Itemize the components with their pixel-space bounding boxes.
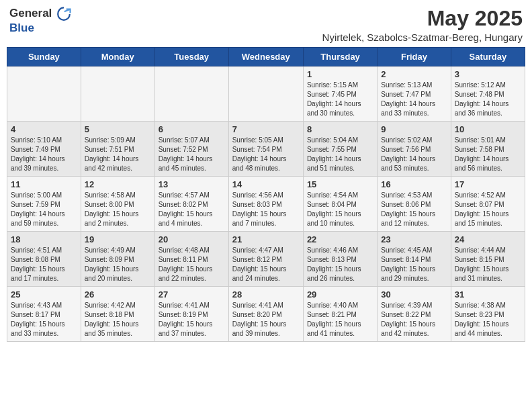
logo-blue-line: Blue xyxy=(9,21,71,35)
calendar-cell: 26Sunrise: 4:42 AM Sunset: 8:18 PM Dayli… xyxy=(81,287,154,342)
calendar-cell: 14Sunrise: 4:56 AM Sunset: 8:03 PM Dayli… xyxy=(228,177,303,232)
day-header-friday: Friday xyxy=(378,48,451,66)
calendar-cell: 6Sunrise: 5:07 AM Sunset: 7:52 PM Daylig… xyxy=(154,122,228,177)
calendar-cell: 30Sunrise: 4:39 AM Sunset: 8:22 PM Dayli… xyxy=(378,287,451,342)
day-header-thursday: Thursday xyxy=(303,48,377,66)
day-number: 17 xyxy=(455,179,521,189)
day-number: 8 xyxy=(307,124,373,134)
calendar-cell xyxy=(154,66,228,122)
day-number: 9 xyxy=(381,124,447,134)
calendar-cell: 10Sunrise: 5:01 AM Sunset: 7:58 PM Dayli… xyxy=(451,122,525,177)
day-info: Sunrise: 4:56 AM Sunset: 8:03 PM Dayligh… xyxy=(232,191,300,228)
day-header-saturday: Saturday xyxy=(451,48,525,66)
day-number: 13 xyxy=(159,179,225,189)
day-info: Sunrise: 4:44 AM Sunset: 8:15 PM Dayligh… xyxy=(455,246,521,283)
page-header: General Blue May 2025 Nyirtelek, Szabolc… xyxy=(7,7,525,43)
calendar-cell: 11Sunrise: 5:00 AM Sunset: 7:59 PM Dayli… xyxy=(7,177,81,232)
day-header-monday: Monday xyxy=(81,48,154,66)
calendar-cell: 18Sunrise: 4:51 AM Sunset: 8:08 PM Dayli… xyxy=(7,232,81,287)
day-number: 18 xyxy=(11,234,77,244)
day-info: Sunrise: 4:52 AM Sunset: 8:07 PM Dayligh… xyxy=(455,191,521,228)
calendar-week-2: 4Sunrise: 5:10 AM Sunset: 7:49 PM Daylig… xyxy=(7,122,525,177)
day-header-tuesday: Tuesday xyxy=(154,48,228,66)
calendar-cell: 12Sunrise: 4:58 AM Sunset: 8:00 PM Dayli… xyxy=(81,177,154,232)
day-number: 19 xyxy=(85,234,151,244)
day-number: 4 xyxy=(11,124,77,134)
calendar-cell: 15Sunrise: 4:54 AM Sunset: 8:04 PM Dayli… xyxy=(303,177,377,232)
calendar-body: 1Sunrise: 5:15 AM Sunset: 7:45 PM Daylig… xyxy=(7,66,525,342)
day-info: Sunrise: 5:10 AM Sunset: 7:49 PM Dayligh… xyxy=(11,136,77,173)
calendar-week-4: 18Sunrise: 4:51 AM Sunset: 8:08 PM Dayli… xyxy=(7,232,525,287)
day-number: 20 xyxy=(159,234,225,244)
day-info: Sunrise: 5:12 AM Sunset: 7:48 PM Dayligh… xyxy=(455,81,521,118)
day-info: Sunrise: 5:07 AM Sunset: 7:52 PM Dayligh… xyxy=(159,136,225,173)
calendar-cell xyxy=(7,66,81,122)
calendar-cell: 8Sunrise: 5:04 AM Sunset: 7:55 PM Daylig… xyxy=(303,122,377,177)
logo-blue: Blue xyxy=(9,21,34,34)
day-number: 1 xyxy=(307,69,373,79)
calendar-cell: 5Sunrise: 5:09 AM Sunset: 7:51 PM Daylig… xyxy=(81,122,154,177)
calendar-cell: 4Sunrise: 5:10 AM Sunset: 7:49 PM Daylig… xyxy=(7,122,81,177)
day-number: 7 xyxy=(232,124,300,134)
day-info: Sunrise: 4:38 AM Sunset: 8:23 PM Dayligh… xyxy=(455,301,521,338)
day-number: 15 xyxy=(307,179,373,189)
title-block: May 2025 Nyirtelek, Szabolcs-Szatmar-Ber… xyxy=(322,7,523,43)
day-info: Sunrise: 4:42 AM Sunset: 8:18 PM Dayligh… xyxy=(85,301,151,338)
logo-icon xyxy=(56,7,71,21)
calendar-cell: 24Sunrise: 4:44 AM Sunset: 8:15 PM Dayli… xyxy=(451,232,525,287)
day-info: Sunrise: 4:43 AM Sunset: 8:17 PM Dayligh… xyxy=(11,301,77,338)
day-number: 11 xyxy=(11,179,77,189)
calendar-cell: 28Sunrise: 4:41 AM Sunset: 8:20 PM Dayli… xyxy=(228,287,303,342)
day-info: Sunrise: 4:51 AM Sunset: 8:08 PM Dayligh… xyxy=(11,246,77,283)
day-info: Sunrise: 5:15 AM Sunset: 7:45 PM Dayligh… xyxy=(307,81,373,118)
day-info: Sunrise: 4:48 AM Sunset: 8:11 PM Dayligh… xyxy=(159,246,225,283)
calendar-cell: 9Sunrise: 5:02 AM Sunset: 7:56 PM Daylig… xyxy=(378,122,451,177)
logo: General Blue xyxy=(9,7,71,35)
logo-line1: General xyxy=(9,7,71,21)
day-info: Sunrise: 4:41 AM Sunset: 8:19 PM Dayligh… xyxy=(159,301,225,338)
calendar: SundayMondayTuesdayWednesdayThursdayFrid… xyxy=(7,47,525,342)
calendar-cell: 13Sunrise: 4:57 AM Sunset: 8:02 PM Dayli… xyxy=(154,177,228,232)
calendar-week-5: 25Sunrise: 4:43 AM Sunset: 8:17 PM Dayli… xyxy=(7,287,525,342)
day-number: 27 xyxy=(159,289,225,300)
day-number: 2 xyxy=(381,69,447,79)
day-number: 21 xyxy=(232,234,300,244)
day-number: 16 xyxy=(381,179,447,189)
day-number: 31 xyxy=(455,289,521,300)
calendar-cell xyxy=(228,66,303,122)
logo-general: General xyxy=(9,7,52,19)
day-info: Sunrise: 4:45 AM Sunset: 8:14 PM Dayligh… xyxy=(381,246,447,283)
day-info: Sunrise: 5:09 AM Sunset: 7:51 PM Dayligh… xyxy=(85,136,151,173)
day-info: Sunrise: 5:00 AM Sunset: 7:59 PM Dayligh… xyxy=(11,191,77,228)
day-number: 26 xyxy=(85,289,151,300)
day-number: 14 xyxy=(232,179,300,189)
month-title: May 2025 xyxy=(322,7,523,30)
calendar-cell: 21Sunrise: 4:47 AM Sunset: 8:12 PM Dayli… xyxy=(228,232,303,287)
calendar-cell: 2Sunrise: 5:13 AM Sunset: 7:47 PM Daylig… xyxy=(378,66,451,122)
day-number: 6 xyxy=(159,124,225,134)
calendar-cell: 25Sunrise: 4:43 AM Sunset: 8:17 PM Dayli… xyxy=(7,287,81,342)
day-info: Sunrise: 4:53 AM Sunset: 8:06 PM Dayligh… xyxy=(381,191,447,228)
day-info: Sunrise: 4:49 AM Sunset: 8:09 PM Dayligh… xyxy=(85,246,151,283)
day-info: Sunrise: 5:05 AM Sunset: 7:54 PM Dayligh… xyxy=(232,136,300,173)
day-info: Sunrise: 4:47 AM Sunset: 8:12 PM Dayligh… xyxy=(232,246,300,283)
day-number: 5 xyxy=(85,124,151,134)
day-info: Sunrise: 4:57 AM Sunset: 8:02 PM Dayligh… xyxy=(159,191,225,228)
day-number: 3 xyxy=(455,69,521,79)
day-info: Sunrise: 5:01 AM Sunset: 7:58 PM Dayligh… xyxy=(455,136,521,173)
calendar-week-3: 11Sunrise: 5:00 AM Sunset: 7:59 PM Dayli… xyxy=(7,177,525,232)
calendar-cell: 19Sunrise: 4:49 AM Sunset: 8:09 PM Dayli… xyxy=(81,232,154,287)
day-number: 23 xyxy=(381,234,447,244)
day-info: Sunrise: 4:39 AM Sunset: 8:22 PM Dayligh… xyxy=(381,301,447,338)
day-number: 12 xyxy=(85,179,151,189)
day-number: 10 xyxy=(455,124,521,134)
day-number: 22 xyxy=(307,234,373,244)
day-number: 29 xyxy=(307,289,373,300)
calendar-week-1: 1Sunrise: 5:15 AM Sunset: 7:45 PM Daylig… xyxy=(7,66,525,122)
day-info: Sunrise: 4:40 AM Sunset: 8:21 PM Dayligh… xyxy=(307,301,373,338)
calendar-cell: 1Sunrise: 5:15 AM Sunset: 7:45 PM Daylig… xyxy=(303,66,377,122)
day-number: 25 xyxy=(11,289,77,300)
day-info: Sunrise: 5:04 AM Sunset: 7:55 PM Dayligh… xyxy=(307,136,373,173)
day-number: 28 xyxy=(232,289,300,300)
calendar-cell: 23Sunrise: 4:45 AM Sunset: 8:14 PM Dayli… xyxy=(378,232,451,287)
